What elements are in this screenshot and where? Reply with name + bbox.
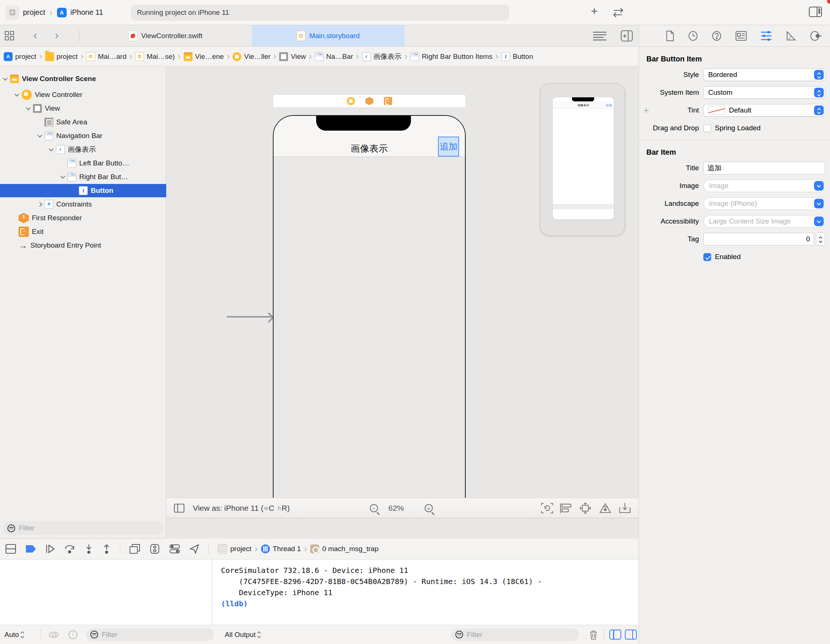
- history-inspector-icon[interactable]: [688, 30, 698, 41]
- library-plus-button[interactable]: +: [591, 5, 598, 18]
- tag-input[interactable]: [703, 233, 814, 245]
- jumpbar-item-storyboard-base[interactable]: Mai…se): [135, 52, 175, 61]
- console-output-popup[interactable]: All Output: [225, 625, 260, 644]
- quicklook-eye-icon[interactable]: [49, 625, 59, 644]
- tint-popup[interactable]: Default: [703, 104, 825, 117]
- quick-help-inspector-icon[interactable]: [711, 30, 722, 41]
- embed-button[interactable]: [619, 498, 631, 518]
- console-output[interactable]: CoreSimulator 732.18.6 - Device: iPhone …: [212, 560, 638, 625]
- show-variables-view-toggle[interactable]: [609, 625, 621, 644]
- tab-viewcontroller-swift[interactable]: ViewController.swift: [79, 25, 251, 46]
- variables-filter-field[interactable]: [86, 625, 214, 644]
- zoom-out-button[interactable]: −: [370, 498, 378, 518]
- forward-chevron-icon[interactable]: ›: [55, 28, 59, 42]
- image-combo[interactable]: Image: [703, 179, 825, 192]
- combo-chevron-icon[interactable]: [814, 181, 824, 191]
- outline-row-button-selected[interactable]: I Button: [0, 184, 166, 197]
- jumpbar-item-button[interactable]: I Button: [501, 52, 533, 61]
- view-controller-icon[interactable]: [347, 97, 355, 105]
- jumpbar-item-navbar[interactable]: Na…Bar: [315, 52, 353, 61]
- add-editor-button[interactable]: [621, 30, 633, 42]
- tab-main-storyboard[interactable]: Main.storyboard: [252, 25, 405, 46]
- jumpbar-item-project[interactable]: A project: [4, 52, 36, 61]
- connections-inspector-icon[interactable]: [810, 30, 822, 41]
- navigation-title[interactable]: 画像表示: [274, 142, 465, 155]
- jumpbar-item-view[interactable]: View: [279, 52, 306, 61]
- tag-stepper[interactable]: [816, 233, 825, 246]
- jumpbar-item-viewcontroller[interactable]: Vie…ller: [233, 52, 270, 61]
- outline-filter-field[interactable]: [3, 521, 162, 535]
- update-frames-button[interactable]: [541, 498, 553, 518]
- outline-filter-input[interactable]: [18, 524, 158, 533]
- view-as-label[interactable]: View as: iPhone 11 (wC hR): [193, 498, 290, 518]
- memory-graph-button[interactable]: [149, 544, 160, 554]
- debug-breadcrumb-app[interactable]: project: [230, 545, 251, 553]
- file-inspector-icon[interactable]: [665, 30, 675, 41]
- identity-inspector-icon[interactable]: [735, 31, 747, 41]
- debug-view-hierarchy-button[interactable]: [129, 544, 140, 554]
- debug-breadcrumb-frame[interactable]: 0 mach_msg_trap: [322, 545, 379, 553]
- step-into-button[interactable]: [84, 544, 93, 554]
- jumpbar-item-scene[interactable]: Vie…ene: [184, 52, 224, 61]
- console-filter-field[interactable]: [451, 625, 579, 644]
- jumpbar-item-folder[interactable]: project: [45, 52, 78, 61]
- accessibility-combo[interactable]: Large Content Size Image: [703, 215, 825, 228]
- attributes-inspector-icon-selected[interactable]: [760, 30, 772, 41]
- outline-row-constraints[interactable]: + Constraints: [0, 198, 166, 211]
- view-controller-device[interactable]: 画像表示 追加: [273, 115, 466, 518]
- debug-breadcrumb-thread[interactable]: Thread 1: [273, 545, 301, 553]
- variables-scope-popup[interactable]: Auto: [5, 625, 24, 644]
- combo-chevron-icon[interactable]: [814, 199, 824, 208]
- variables-view[interactable]: [0, 560, 212, 625]
- outline-toggle-button[interactable]: [174, 498, 185, 518]
- jumpbar-item-storyboard[interactable]: Mai…ard: [86, 52, 126, 61]
- outline-row-navigation-bar[interactable]: Navigation Bar: [0, 129, 166, 142]
- step-over-button[interactable]: [64, 544, 76, 554]
- combo-chevron-icon[interactable]: [814, 217, 824, 226]
- enabled-checkbox[interactable]: [703, 253, 711, 261]
- outline-row-safe-area[interactable]: Safe Area: [0, 116, 166, 129]
- simulate-location-button[interactable]: [189, 544, 200, 554]
- spring-loaded-checkbox[interactable]: [703, 124, 711, 132]
- style-popup[interactable]: Bordered: [703, 68, 825, 81]
- related-items-icon[interactable]: [5, 31, 15, 41]
- hide-debug-area-button[interactable]: [5, 544, 16, 554]
- outline-row-left-bar-button[interactable]: Left Bar Butto…: [0, 157, 166, 170]
- zoom-level[interactable]: 62%: [388, 498, 404, 518]
- scheme-name[interactable]: project: [23, 8, 45, 17]
- add-constraints-button[interactable]: [579, 498, 592, 518]
- add-override-plus-icon[interactable]: +: [643, 105, 649, 116]
- zoom-in-button[interactable]: +: [425, 498, 433, 518]
- bar-button-selected[interactable]: 追加: [438, 136, 459, 157]
- outline-row-view[interactable]: View: [0, 102, 166, 115]
- landscape-combo[interactable]: Image (iPhone): [703, 197, 825, 210]
- align-button[interactable]: [559, 498, 572, 518]
- outline-row-entry-point[interactable]: → Storyboard Entry Point: [0, 239, 166, 252]
- variables-filter-input[interactable]: [101, 630, 209, 639]
- first-responder-icon[interactable]: [365, 97, 374, 105]
- continue-button[interactable]: [45, 544, 55, 554]
- swap-arrows-icon[interactable]: [611, 7, 626, 18]
- info-icon[interactable]: i: [68, 625, 78, 644]
- outline-row-right-bar-buttons[interactable]: Right Bar But…: [0, 170, 166, 184]
- console-filter-input[interactable]: [466, 630, 575, 639]
- system-item-popup[interactable]: Custom: [703, 86, 825, 99]
- resolve-autolayout-button[interactable]: [599, 498, 612, 518]
- outline-row-scene[interactable]: View Controller Scene: [0, 72, 166, 85]
- title-input[interactable]: [703, 162, 825, 174]
- disclosure-chevron-icon[interactable]: [37, 202, 42, 207]
- size-inspector-icon[interactable]: [786, 30, 797, 41]
- stop-button[interactable]: [5, 6, 19, 20]
- editor-options-icon[interactable]: [592, 31, 607, 41]
- outline-row-view-controller[interactable]: View Controller: [0, 88, 166, 101]
- storyboard-canvas[interactable]: 画像表示 追加 画像表示 追加: [166, 66, 638, 518]
- jumpbar-item-right-bar-button-items[interactable]: Right Bar Button Items: [410, 52, 493, 61]
- exit-icon[interactable]: [384, 97, 392, 105]
- run-destination[interactable]: iPhone 11: [70, 8, 103, 17]
- back-chevron-icon[interactable]: ‹: [33, 28, 37, 42]
- breakpoints-toggle-button[interactable]: [25, 544, 36, 553]
- phone-content-view[interactable]: [274, 157, 465, 518]
- jumpbar-item-navigation-item[interactable]: ‹ 画像表示: [362, 52, 402, 62]
- outline-row-first-responder[interactable]: First Responder: [0, 211, 166, 225]
- outline-row-navigation-item[interactable]: ‹ 画像表示: [0, 143, 166, 156]
